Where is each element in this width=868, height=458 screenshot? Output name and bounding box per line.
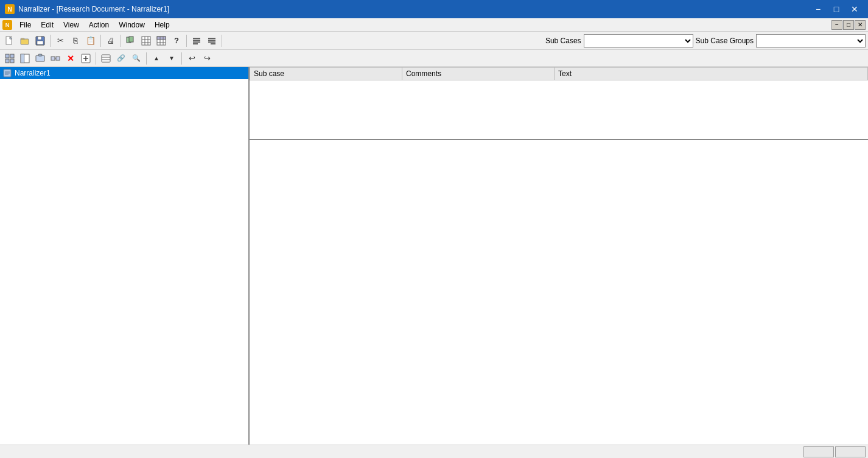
status-bar xyxy=(0,445,868,458)
app-icon: N xyxy=(5,4,15,14)
copy-button[interactable]: ⎘ xyxy=(68,33,83,48)
table-area: Sub case Comments Text xyxy=(250,67,868,140)
align-left-button[interactable] xyxy=(189,33,204,48)
link-button[interactable]: 🔗 xyxy=(114,51,128,66)
svg-rect-35 xyxy=(51,57,55,60)
toolbar-secondary: ✕ 🔗 🔍 ▲ ▼ ↩ ↪ xyxy=(0,50,868,67)
svg-rect-27 xyxy=(5,54,9,58)
mdi-minimize-button[interactable]: − xyxy=(831,20,842,30)
align-right-button[interactable] xyxy=(205,33,219,48)
minimize-button[interactable]: − xyxy=(810,2,827,16)
svg-rect-3 xyxy=(21,38,24,40)
title-bar-controls: − □ ✕ xyxy=(810,2,863,16)
sub-cases-label: Sub Cases xyxy=(545,37,581,45)
separator-3 xyxy=(121,35,121,47)
separator-2 xyxy=(100,35,101,47)
col-header-comments: Comments xyxy=(402,68,555,80)
save-button[interactable] xyxy=(33,33,47,48)
svg-rect-34 xyxy=(38,54,42,56)
add-button[interactable] xyxy=(79,51,93,66)
maximize-button[interactable]: □ xyxy=(828,2,845,16)
print-button[interactable]: 🖨 xyxy=(103,33,118,48)
mdi-restore-button[interactable]: □ xyxy=(843,20,854,30)
help-button[interactable]: ? xyxy=(169,33,184,48)
svg-rect-9 xyxy=(142,37,150,45)
tree-item-icon xyxy=(2,68,12,78)
import-button[interactable] xyxy=(124,33,138,48)
title-bar: N Narralizer - [Research Document - Narr… xyxy=(0,0,868,18)
svg-rect-30 xyxy=(10,59,14,63)
separator-5 xyxy=(222,35,222,47)
title-bar-left: N Narralizer - [Research Document - Narr… xyxy=(5,4,169,14)
sub-case-groups-label: Sub Case Groups xyxy=(696,37,754,45)
text-area[interactable] xyxy=(250,140,868,445)
mdi-close-button[interactable]: ✕ xyxy=(855,20,866,30)
status-btn-2[interactable] xyxy=(835,446,866,457)
mdi-app-icon: N xyxy=(2,20,12,30)
svg-rect-6 xyxy=(37,41,43,44)
menu-view[interactable]: View xyxy=(58,19,84,30)
svg-rect-41 xyxy=(102,55,110,62)
close-button[interactable]: ✕ xyxy=(846,2,863,16)
new-button[interactable] xyxy=(2,33,17,48)
menu-edit[interactable]: Edit xyxy=(36,19,58,30)
separator-4 xyxy=(186,35,187,47)
separator-1 xyxy=(50,35,51,47)
panel-button[interactable] xyxy=(18,51,32,66)
open-button[interactable] xyxy=(18,33,32,48)
tree-item-label: Narralizer1 xyxy=(15,69,51,77)
expand-button[interactable] xyxy=(48,51,63,66)
search-button[interactable]: 🔍 xyxy=(129,51,144,66)
svg-rect-32 xyxy=(21,54,24,63)
status-section xyxy=(803,446,866,457)
up-button[interactable]: ▲ xyxy=(149,51,164,66)
col-header-subcase: Sub case xyxy=(250,68,402,80)
separator-t2-1 xyxy=(96,52,96,65)
svg-rect-36 xyxy=(56,57,60,60)
cut-button[interactable]: ✂ xyxy=(53,33,68,48)
right-panel: Sub case Comments Text xyxy=(250,67,868,445)
mdi-controls: − □ ✕ xyxy=(831,20,866,30)
down-button[interactable]: ▼ xyxy=(164,51,179,66)
paste-button[interactable]: 📋 xyxy=(83,33,98,48)
title-bar-title: Narralizer - [Research Document - Narral… xyxy=(18,5,169,13)
app-small-icon: N xyxy=(2,20,12,30)
sub-cases-dropdown[interactable] xyxy=(584,34,693,48)
separator-t2-2 xyxy=(146,52,147,65)
svg-rect-5 xyxy=(38,37,41,40)
svg-rect-29 xyxy=(5,59,9,63)
status-btn-1[interactable] xyxy=(803,446,834,457)
main-area: Narralizer1 Sub case Comments Text xyxy=(0,67,868,445)
redo-button[interactable]: ↪ xyxy=(200,51,214,66)
undo-button[interactable]: ↩ xyxy=(184,51,199,66)
menu-window[interactable]: Window xyxy=(114,19,150,30)
svg-rect-8 xyxy=(129,37,133,42)
view2-button[interactable] xyxy=(99,51,113,66)
svg-rect-28 xyxy=(10,54,14,58)
data-table: Sub case Comments Text xyxy=(250,67,868,80)
grid-button[interactable] xyxy=(139,33,153,48)
sub-case-groups-dropdown[interactable] xyxy=(756,34,866,48)
separator-t2-3 xyxy=(181,52,182,65)
menu-bar: N File Edit View Action Window Help − □ … xyxy=(0,18,868,32)
toolbar-main: ✂ ⎘ 📋 🖨 ? Sub Cases Sub Case Groups xyxy=(0,32,868,50)
table-button[interactable] xyxy=(154,33,169,48)
menu-help[interactable]: Help xyxy=(150,19,175,30)
toolbar-right-section: Sub Cases Sub Case Groups xyxy=(545,34,866,48)
col-header-text: Text xyxy=(555,68,868,80)
menu-action[interactable]: Action xyxy=(84,19,114,30)
grid2-button[interactable] xyxy=(2,51,17,66)
menu-file[interactable]: File xyxy=(15,19,36,30)
svg-rect-15 xyxy=(157,37,166,40)
left-panel: Narralizer1 xyxy=(0,67,250,445)
cases-button[interactable] xyxy=(33,51,47,66)
delete-button[interactable]: ✕ xyxy=(63,51,78,66)
tree-item-narralizer1[interactable]: Narralizer1 xyxy=(0,67,248,79)
